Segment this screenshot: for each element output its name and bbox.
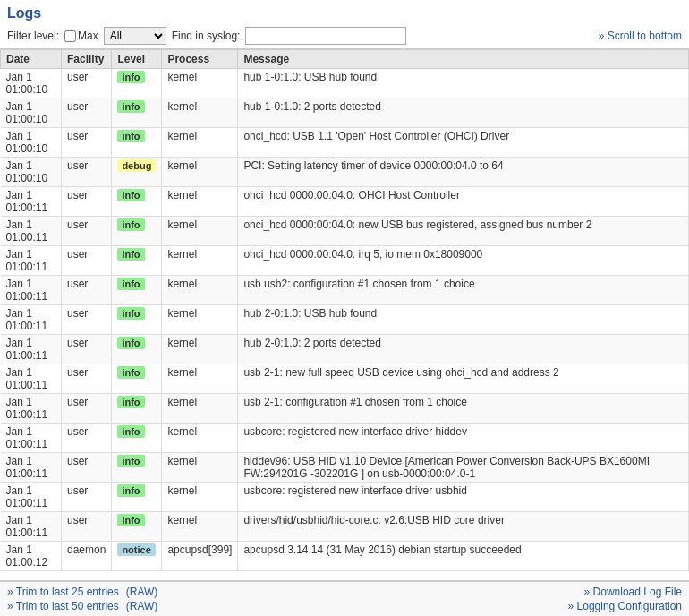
cell-process: kernel bbox=[162, 394, 238, 424]
table-row: Jan 1 01:00:11userinfokernelusb usb2: co… bbox=[1, 276, 689, 305]
cell-message: hub 1-0:1.0: USB hub found bbox=[238, 69, 689, 98]
level-badge: info bbox=[117, 425, 144, 438]
cell-process: kernel bbox=[162, 424, 238, 453]
cell-level: info bbox=[112, 98, 162, 128]
cell-process: kernel bbox=[162, 276, 238, 305]
table-row: Jan 1 01:00:11userinfokerneldrivers/hid/… bbox=[1, 512, 689, 542]
level-badge: info bbox=[117, 514, 144, 526]
cell-date: Jan 1 01:00:11 bbox=[1, 246, 62, 276]
cell-level: info bbox=[112, 364, 162, 394]
log-table-body: Jan 1 01:00:10userinfokernelhub 1-0:1.0:… bbox=[1, 69, 689, 571]
logging-config-link[interactable]: » Logging Configuration bbox=[568, 600, 682, 612]
cell-level: info bbox=[112, 187, 162, 217]
cell-date: Jan 1 01:00:11 bbox=[1, 453, 62, 483]
cell-process: kernel bbox=[162, 158, 238, 187]
level-select[interactable]: All Debug Info Notice Warning Error bbox=[104, 27, 166, 45]
cell-facility: user bbox=[62, 128, 112, 158]
cell-message: hub 1-0:1.0: 2 ports detected bbox=[238, 98, 689, 128]
cell-date: Jan 1 01:00:11 bbox=[1, 364, 62, 394]
level-badge: info bbox=[117, 278, 144, 290]
level-badge: notice bbox=[117, 543, 155, 556]
cell-message: hub 2-0:1.0: 2 ports detected bbox=[238, 335, 689, 364]
cell-level: info bbox=[112, 246, 162, 276]
cell-level: info bbox=[112, 276, 162, 305]
cell-process: apcupsd[399] bbox=[162, 542, 238, 571]
cell-level: info bbox=[112, 305, 162, 335]
cell-process: kernel bbox=[162, 364, 238, 394]
max-checkbox-label[interactable]: Max bbox=[64, 30, 98, 42]
find-input[interactable] bbox=[245, 27, 406, 45]
cell-date: Jan 1 01:00:10 bbox=[1, 98, 62, 128]
cell-facility: user bbox=[62, 305, 112, 335]
table-row: Jan 1 01:00:11userinfokernelohci_hcd 000… bbox=[1, 246, 689, 276]
cell-date: Jan 1 01:00:11 bbox=[1, 512, 62, 542]
level-badge: info bbox=[117, 307, 144, 320]
cell-level: debug bbox=[112, 158, 162, 187]
cell-process: kernel bbox=[162, 246, 238, 276]
table-row: Jan 1 01:00:10userinfokernelohci_hcd: US… bbox=[1, 128, 689, 158]
trim25-link[interactable]: » Trim to last 25 entries bbox=[7, 586, 119, 598]
cell-facility: user bbox=[62, 98, 112, 128]
max-checkbox[interactable] bbox=[64, 30, 76, 42]
cell-message: drivers/hid/usbhid/hid-core.c: v2.6:USB … bbox=[238, 512, 689, 542]
cell-level: info bbox=[112, 128, 162, 158]
level-badge: info bbox=[117, 100, 144, 113]
trim25-raw-link[interactable]: (RAW) bbox=[126, 586, 158, 598]
level-badge: info bbox=[117, 337, 144, 349]
cell-message: usb usb2: configuration #1 chosen from 1… bbox=[238, 276, 689, 305]
cell-date: Jan 1 01:00:11 bbox=[1, 424, 62, 453]
cell-date: Jan 1 01:00:10 bbox=[1, 128, 62, 158]
table-row: Jan 1 01:00:11userinfokernelusb 2-1: new… bbox=[1, 364, 689, 394]
cell-facility: user bbox=[62, 158, 112, 187]
download-log-link[interactable]: » Download Log File bbox=[584, 586, 682, 598]
cell-date: Jan 1 01:00:11 bbox=[1, 276, 62, 305]
cell-facility: user bbox=[62, 453, 112, 483]
cell-date: Jan 1 01:00:11 bbox=[1, 305, 62, 335]
cell-date: Jan 1 01:00:10 bbox=[1, 158, 62, 187]
cell-process: kernel bbox=[162, 305, 238, 335]
cell-facility: user bbox=[62, 424, 112, 453]
trim50-link[interactable]: » Trim to last 50 entries bbox=[7, 600, 119, 612]
scroll-bottom-link[interactable]: » Scroll to bottom bbox=[599, 30, 682, 42]
cell-message: hub 2-0:1.0: USB hub found bbox=[238, 305, 689, 335]
cell-message: ohci_hcd: USB 1.1 'Open' Host Controller… bbox=[238, 128, 689, 158]
find-label: Find in syslog: bbox=[172, 30, 241, 42]
trim50-row: » Trim to last 50 entries (RAW) bbox=[7, 600, 157, 612]
level-badge: info bbox=[117, 130, 144, 142]
cell-process: kernel bbox=[162, 217, 238, 246]
footer-left: » Trim to last 25 entries (RAW) » Trim t… bbox=[7, 586, 157, 612]
cell-level: info bbox=[112, 335, 162, 364]
table-row: Jan 1 01:00:10userinfokernelhub 1-0:1.0:… bbox=[1, 98, 689, 128]
cell-facility: user bbox=[62, 187, 112, 217]
table-row: Jan 1 01:00:11userinfokernelhiddev96: US… bbox=[1, 453, 689, 483]
level-badge: info bbox=[117, 484, 144, 497]
cell-date: Jan 1 01:00:11 bbox=[1, 335, 62, 364]
cell-facility: user bbox=[62, 483, 112, 512]
cell-level: info bbox=[112, 483, 162, 512]
table-row: Jan 1 01:00:10userinfokernelhub 1-0:1.0:… bbox=[1, 69, 689, 98]
cell-message: apcupsd 3.14.14 (31 May 2016) debian sta… bbox=[238, 542, 689, 571]
table-row: Jan 1 01:00:11userinfokernelusbcore: reg… bbox=[1, 424, 689, 453]
cell-date: Jan 1 01:00:11 bbox=[1, 217, 62, 246]
col-header-message: Message bbox=[238, 50, 689, 69]
cell-message: ohci_hcd 0000:00:04.0: OHCI Host Control… bbox=[238, 187, 689, 217]
cell-process: kernel bbox=[162, 483, 238, 512]
table-row: Jan 1 01:00:12daemonnoticeapcupsd[399]ap… bbox=[1, 542, 689, 571]
table-row: Jan 1 01:00:11userinfokernelhub 2-0:1.0:… bbox=[1, 305, 689, 335]
cell-level: info bbox=[112, 394, 162, 424]
cell-process: kernel bbox=[162, 69, 238, 98]
cell-date: Jan 1 01:00:11 bbox=[1, 187, 62, 217]
trim25-row: » Trim to last 25 entries (RAW) bbox=[7, 586, 157, 598]
level-badge: info bbox=[117, 455, 144, 467]
cell-level: info bbox=[112, 69, 162, 98]
footer-right: » Download Log File » Logging Configurat… bbox=[568, 586, 682, 612]
col-header-level: Level bbox=[112, 50, 162, 69]
cell-facility: user bbox=[62, 276, 112, 305]
trim50-raw-link[interactable]: (RAW) bbox=[126, 600, 158, 612]
cell-message: usbcore: registered new interface driver… bbox=[238, 424, 689, 453]
app: Logs Filter level: Max All Debug Info No… bbox=[0, 0, 689, 616]
cell-date: Jan 1 01:00:10 bbox=[1, 69, 62, 98]
page-header: Logs bbox=[0, 0, 689, 23]
level-badge: info bbox=[117, 71, 144, 83]
cell-process: kernel bbox=[162, 453, 238, 483]
